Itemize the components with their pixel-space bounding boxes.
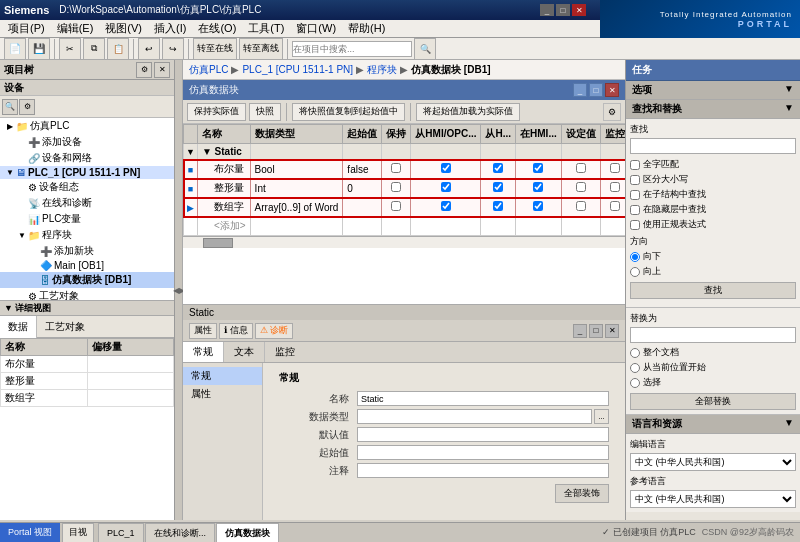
bc-plc1[interactable]: PLC_1 [CPU 1511-1 PN] <box>242 64 353 75</box>
menu-window[interactable]: 窗口(W) <box>290 20 342 37</box>
row-hmi2-bool[interactable] <box>481 160 516 179</box>
table-row-int[interactable]: ■ 整形量 Int 0 <box>184 179 626 198</box>
props-float-btn[interactable]: □ <box>589 324 603 338</box>
row-hmi2-array[interactable] <box>481 198 516 217</box>
minimize-button[interactable]: _ <box>540 4 554 16</box>
setpoint-int-check[interactable] <box>576 182 586 192</box>
tree-close-btn[interactable]: ✕ <box>154 62 170 78</box>
setpoint-bool-check[interactable] <box>576 163 586 173</box>
menu-insert[interactable]: 插入(I) <box>148 20 192 37</box>
hmi1-int-check[interactable] <box>441 182 451 192</box>
menu-view[interactable]: 视图(V) <box>99 20 148 37</box>
in-hidden-check[interactable] <box>630 205 640 215</box>
tree-item-main-ob[interactable]: 🔷 Main [OB1] <box>0 259 174 272</box>
hmi2-bool-check[interactable] <box>493 163 503 173</box>
table-row-array[interactable]: ▶ 数组字 Array[0..9] of Word <box>184 198 626 217</box>
props-tab-general[interactable]: 常规 <box>183 342 224 362</box>
table-hscrollbar[interactable] <box>183 236 625 248</box>
props-tab-monitor[interactable]: 监控 <box>265 342 305 362</box>
snapshot-btn[interactable]: 快照 <box>249 103 281 121</box>
row-hmi3-bool[interactable] <box>516 160 562 179</box>
status-tab-db[interactable]: 仿真数据块 <box>216 523 279 543</box>
row-expand-int[interactable]: ■ <box>184 179 198 198</box>
replace-selection-radio[interactable] <box>630 378 640 388</box>
bc-plc[interactable]: 仿真PLC <box>189 63 228 77</box>
setpoint-array-check[interactable] <box>576 201 586 211</box>
row-name-add[interactable]: <添加> <box>197 217 250 236</box>
input-name[interactable] <box>357 391 609 406</box>
find-btn[interactable]: 查找 <box>630 282 796 299</box>
replace-input[interactable] <box>630 327 796 343</box>
detail-row-bool[interactable]: 布尔量 <box>1 356 174 373</box>
undo-btn[interactable]: ↩ <box>138 38 160 60</box>
direction-down-radio[interactable] <box>630 252 640 262</box>
replace-all-btn[interactable]: 全部替换 <box>630 393 796 410</box>
hmi1-array-check[interactable] <box>441 201 451 211</box>
full-word-check[interactable] <box>630 160 640 170</box>
row-monitor-bool[interactable] <box>600 160 625 179</box>
hmi3-bool-check[interactable] <box>533 163 543 173</box>
detail-row-array[interactable]: 数组字 <box>1 390 174 407</box>
status-tab-online-diag[interactable]: 在线和诊断... <box>145 523 216 543</box>
load-start-btn[interactable]: 将起始值加载为实际值 <box>416 103 520 121</box>
lang-section-header[interactable]: 语言和资源 ▼ <box>626 415 800 434</box>
replace-whole-radio[interactable] <box>630 348 640 358</box>
in-subfolders-check[interactable] <box>630 190 640 200</box>
row-monitor-int[interactable] <box>600 179 625 198</box>
row-expand-bool[interactable]: ■ <box>184 160 198 179</box>
hmi3-array-check[interactable] <box>533 201 543 211</box>
row-setpoint-bool[interactable] <box>561 160 600 179</box>
tree-item-add-block[interactable]: ➕ 添加新块 <box>0 243 174 259</box>
row-setpoint-array[interactable] <box>561 198 600 217</box>
menu-edit[interactable]: 编辑(E) <box>51 20 100 37</box>
hmi2-array-check[interactable] <box>493 201 503 211</box>
replace-cursor-radio[interactable] <box>630 363 640 373</box>
row-retain-int[interactable] <box>382 179 411 198</box>
copy-btn[interactable]: ⧉ <box>83 38 105 60</box>
match-case-check[interactable] <box>630 175 640 185</box>
db-toolbar-settings[interactable]: ⚙ <box>603 103 621 121</box>
go-offline-btn[interactable]: 转至离线 <box>239 38 283 60</box>
row-hmi1-bool[interactable] <box>411 160 481 179</box>
new-btn[interactable]: 📄 <box>4 38 26 60</box>
overview-btn[interactable]: 目视 <box>62 523 94 543</box>
row-hmi2-int[interactable] <box>481 179 516 198</box>
menu-help[interactable]: 帮助(H) <box>342 20 391 37</box>
paste-btn[interactable]: 📋 <box>107 38 129 60</box>
props-nav-general[interactable]: 常规 <box>183 367 262 385</box>
input-startval[interactable] <box>357 445 609 460</box>
direction-up-radio[interactable] <box>630 267 640 277</box>
tree-config-btn[interactable]: ⚙ <box>19 99 35 115</box>
regex-check[interactable] <box>630 220 640 230</box>
row-monitor-array[interactable] <box>600 198 625 217</box>
props-diag-btn[interactable]: ⚠ 诊断 <box>255 323 294 339</box>
props-minimize-btn[interactable]: _ <box>573 324 587 338</box>
db-close-btn[interactable]: ✕ <box>605 83 619 97</box>
monitor-array-check[interactable] <box>610 201 620 211</box>
row-expand-static[interactable]: ▼ <box>184 144 198 160</box>
cut-btn[interactable]: ✂ <box>59 38 81 60</box>
keep-actual-btn[interactable]: 保持实际值 <box>187 103 246 121</box>
redo-btn[interactable]: ↪ <box>162 38 184 60</box>
db-minimize-btn[interactable]: _ <box>573 83 587 97</box>
row-hmi1-int[interactable] <box>411 179 481 198</box>
status-tab-plc1[interactable]: PLC_1 <box>98 523 144 543</box>
props-close-btn[interactable]: ✕ <box>605 324 619 338</box>
menu-online[interactable]: 在线(O) <box>192 20 242 37</box>
tree-item-plc1[interactable]: ▼ 🖥 PLC_1 [CPU 1511-1 PN] <box>0 166 174 179</box>
ref-lang-select[interactable]: 中文 (中华人民共和国) <box>630 490 796 508</box>
tree-item-db1[interactable]: 🗄 仿真数据块 [DB1] <box>0 272 174 288</box>
search-input[interactable] <box>292 41 412 57</box>
tree-item-plc[interactable]: ▶ 📁 仿真PLC <box>0 118 174 134</box>
tree-item-device-config[interactable]: ⚙ 设备组态 <box>0 179 174 195</box>
menu-tools[interactable]: 工具(T) <box>242 20 290 37</box>
retain-bool-check[interactable] <box>391 163 401 173</box>
tree-item-device-network[interactable]: 🔗 设备和网络 <box>0 150 174 166</box>
retain-int-check[interactable] <box>391 182 401 192</box>
props-tab-text[interactable]: 文本 <box>224 342 265 362</box>
detail-row-int[interactable]: 整形量 <box>1 373 174 390</box>
hmi3-int-check[interactable] <box>533 182 543 192</box>
tree-search-btn[interactable]: 🔍 <box>2 99 18 115</box>
menu-project[interactable]: 项目(P) <box>2 20 51 37</box>
tree-item-tech-obj[interactable]: ⚙ 工艺对象 <box>0 288 174 300</box>
